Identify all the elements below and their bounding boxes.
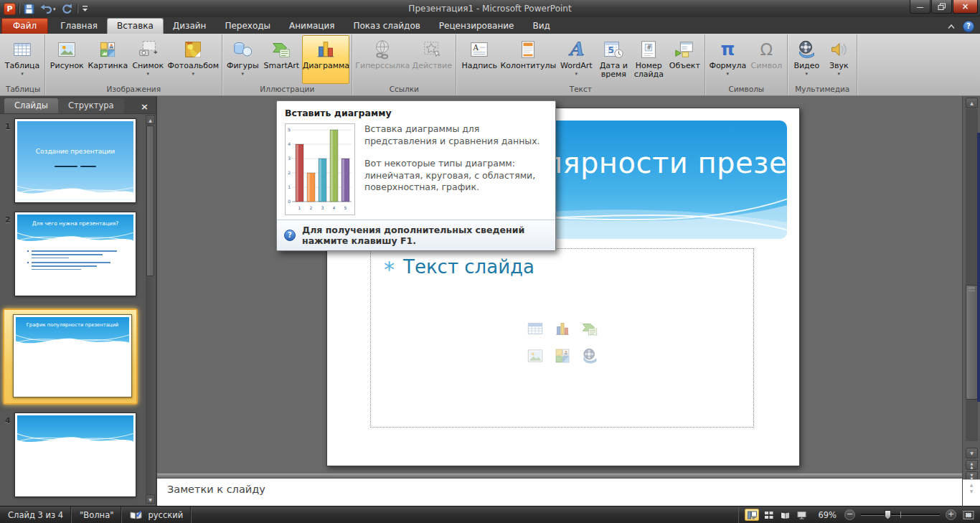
- fit-slide-button[interactable]: [963, 510, 974, 520]
- object-button[interactable]: Объект: [666, 35, 702, 84]
- restore-button[interactable]: [931, 0, 952, 14]
- headerfooter-button[interactable]: Колонтитулы: [500, 35, 556, 84]
- placeholder-insert-icons: [524, 318, 600, 367]
- reading-view-button[interactable]: [778, 509, 792, 521]
- smartart-button[interactable]: SmartArt: [260, 35, 302, 84]
- notes-pane[interactable]: Заметки к слайду: [157, 479, 962, 506]
- svg-text:3: 3: [288, 156, 291, 161]
- clipart-button[interactable]: Картинка: [86, 35, 129, 84]
- insert-media-icon[interactable]: [579, 345, 600, 367]
- redo-button[interactable]: [60, 2, 74, 15]
- slideshow-view-button[interactable]: [794, 509, 809, 521]
- dropdown-caret-icon: ▾: [192, 70, 195, 76]
- picture-button[interactable]: Рисунок: [47, 35, 86, 84]
- insert-smartart-icon[interactable]: [579, 318, 600, 339]
- slide-thumbnail-2[interactable]: Для чего нужна презентация?: [14, 212, 136, 296]
- help-icon: ?: [284, 230, 296, 241]
- thumb2-title: Для чего нужна презентация?: [17, 220, 133, 227]
- wordart-button[interactable]: A WordArt ▾: [556, 35, 596, 84]
- chart-button[interactable]: Диаграмма: [302, 35, 349, 84]
- insert-picture-icon[interactable]: [524, 345, 546, 367]
- ribbon-mini-controls: ?: [947, 21, 974, 32]
- action-button[interactable]: Действие: [410, 35, 453, 84]
- dropdown-caret-icon: ▾: [575, 70, 578, 76]
- customize-qat-button[interactable]: [80, 2, 90, 15]
- zoom-out-button[interactable]: −: [844, 509, 855, 520]
- slide-thumbnail-3[interactable]: График популярности презентаций: [13, 314, 132, 397]
- scroll-down-icon[interactable]: ▼: [966, 448, 978, 458]
- close-button[interactable]: ×: [953, 0, 978, 14]
- collapse-ribbon-icon[interactable]: [947, 24, 956, 29]
- save-button[interactable]: [22, 2, 36, 15]
- tab-file[interactable]: Файл: [1, 18, 48, 34]
- scroll-down-icon[interactable]: ▼: [146, 494, 155, 504]
- video-button[interactable]: Видео ▾: [790, 35, 823, 84]
- zoom-level[interactable]: 69%: [811, 510, 842, 520]
- hyperlink-button[interactable]: Гиперссылка: [354, 35, 410, 84]
- formula-button[interactable]: π Формула ▾: [707, 35, 748, 84]
- tab-slideshow[interactable]: Показ слайдов: [344, 19, 430, 34]
- notes-scrollbar[interactable]: ▲▼: [963, 479, 980, 506]
- shapes-button[interactable]: Фигуры ▾: [225, 35, 260, 84]
- screenshot-button[interactable]: Снимок ▾: [129, 35, 166, 84]
- textbox-button[interactable]: A Надпись: [458, 35, 500, 84]
- tab-slides[interactable]: Слайды: [4, 98, 58, 113]
- svg-text:5: 5: [344, 205, 347, 210]
- powerpoint-logo-icon[interactable]: P: [4, 3, 16, 15]
- svg-text:1: 1: [298, 205, 301, 210]
- scrollbar-thumb[interactable]: [966, 285, 978, 400]
- tab-animations[interactable]: Анимация: [280, 19, 344, 34]
- help-button[interactable]: ?: [963, 21, 974, 32]
- ribbon-group-media: Видео ▾ Звук ▾ Мультимедиа: [788, 34, 857, 95]
- zoom-slider[interactable]: [861, 514, 940, 516]
- insert-clipart-icon[interactable]: [552, 345, 573, 367]
- ribbon-group-symbols: π Формула ▾ Ω Символ Символы: [705, 34, 788, 95]
- status-right-cluster: 69% − +: [738, 506, 980, 523]
- tab-home[interactable]: Главная: [51, 19, 107, 34]
- symbol-button[interactable]: Ω Символ: [748, 35, 785, 84]
- tab-insert[interactable]: Вставка: [107, 18, 164, 34]
- tab-view[interactable]: Вид: [523, 19, 559, 34]
- wave-header-graphic: [17, 215, 133, 248]
- table-button[interactable]: Таблица ▾: [4, 35, 41, 84]
- scroll-up-icon[interactable]: ▲: [966, 98, 978, 108]
- tab-design[interactable]: Дизайн: [164, 19, 216, 34]
- thumb2-bullet-lines: [27, 250, 126, 272]
- language-button[interactable]: русский: [122, 506, 192, 523]
- sidebar-scrollbar[interactable]: ▲ ▼: [146, 115, 155, 504]
- svg-text:1: 1: [288, 184, 291, 189]
- audio-button[interactable]: Звук ▾: [823, 35, 854, 84]
- zoom-slider-thumb[interactable]: [885, 510, 891, 519]
- normal-view-button[interactable]: [745, 509, 759, 521]
- content-placeholder[interactable]: * Текст слайда: [370, 248, 754, 428]
- scrollbar-thumb[interactable]: [146, 126, 154, 276]
- dropdown-caret-icon: ▾: [21, 70, 24, 76]
- photoalbum-button[interactable]: Фотоальбом ▾: [166, 35, 220, 84]
- tab-review[interactable]: Рецензирование: [430, 19, 524, 34]
- tab-outline[interactable]: Структура: [58, 98, 124, 113]
- theme-name-button[interactable]: "Волна": [72, 506, 122, 523]
- minimize-button[interactable]: —: [910, 0, 930, 14]
- undo-button[interactable]: ▾: [39, 2, 57, 15]
- close-panel-icon[interactable]: ×: [136, 101, 153, 113]
- previous-slide-button[interactable]: ▲▲: [966, 460, 978, 470]
- slides-panel-tabs: Слайды Структура ×: [0, 96, 156, 114]
- thumb3-title: График популярности презентаций: [16, 322, 129, 328]
- slide-sorter-view-button[interactable]: [761, 509, 776, 521]
- svg-text:4: 4: [288, 141, 291, 146]
- notes-splitter[interactable]: [157, 473, 962, 479]
- table-icon: [11, 37, 33, 62]
- scroll-up-icon[interactable]: ▲: [146, 115, 155, 124]
- insert-table-icon[interactable]: [524, 318, 546, 339]
- slide-thumbnail-4[interactable]: [14, 413, 136, 497]
- insert-chart-icon[interactable]: [552, 318, 573, 339]
- ribbon-tab-row: Файл Главная Вставка Дизайн Переходы Ани…: [0, 17, 980, 34]
- ribbon: Таблица ▾ Таблицы Рисунок Картинка Снимо…: [0, 34, 980, 96]
- ribbon-group-illustrations: Фигуры ▾ SmartArt Диаграмма Иллюстрации: [222, 34, 352, 95]
- tab-transitions[interactable]: Переходы: [215, 19, 280, 34]
- zoom-in-button[interactable]: +: [946, 509, 956, 520]
- wave-header-graphic: [17, 415, 133, 448]
- slidenumber-button[interactable]: # Номер слайда: [631, 35, 666, 84]
- slide-thumbnail-1[interactable]: Создание презентации: [14, 118, 136, 203]
- datetime-button[interactable]: 5 Дата и время: [596, 35, 631, 84]
